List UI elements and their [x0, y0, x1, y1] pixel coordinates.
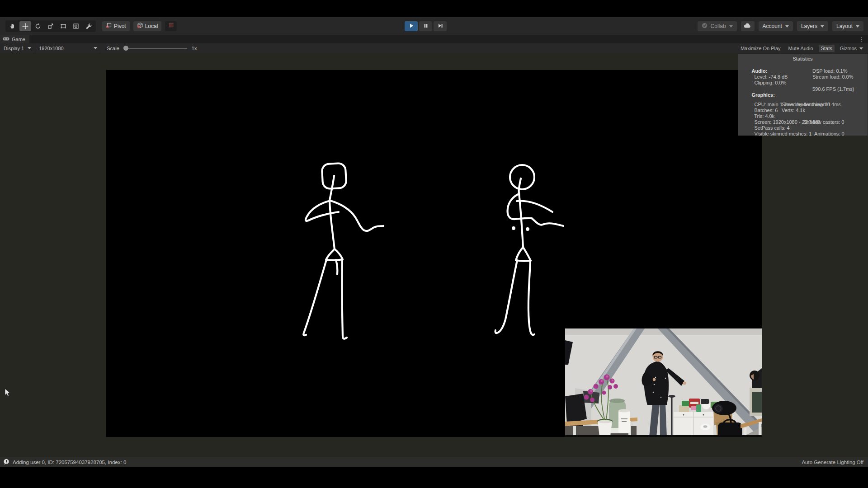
view-tab-bar: Game ⋮	[0, 35, 868, 43]
scale-label: Scale	[107, 46, 119, 51]
scale-value: 1x	[192, 46, 197, 51]
console-status-message[interactable]: Adding user 0, ID: 72057594037928705, In…	[3, 459, 126, 466]
window-top-strip	[0, 0, 868, 17]
webcam-video-feed	[565, 328, 762, 437]
layout-label: Layout	[836, 23, 853, 29]
layout-dropdown[interactable]: Layout	[832, 21, 863, 31]
mug	[618, 409, 630, 434]
grid-snap-icon	[168, 22, 175, 30]
step-icon	[438, 22, 443, 30]
graphics-header-row: Graphics: 590.6 FPS (1.7ms)	[741, 86, 865, 92]
mute-audio-toggle[interactable]: Mute Audio	[786, 45, 816, 52]
stats-toggle[interactable]: Stats	[819, 45, 835, 52]
rotate-icon	[34, 23, 42, 30]
audio-clipping: Clipping: 0.0%	[754, 80, 786, 85]
slider-handle[interactable]	[123, 46, 128, 51]
gizmos-dropdown[interactable]: Gizmos	[838, 45, 865, 52]
game-view-control-bar: Display 1 868x488 Scale 1x Maximize On…	[0, 43, 868, 53]
maximize-on-play-toggle[interactable]: Maximize On Play	[738, 45, 783, 52]
transform-tool-button[interactable]	[70, 21, 82, 31]
cube-icon	[137, 22, 143, 30]
hand	[653, 378, 656, 381]
game-view-toggles: Maximize On Play Mute Audio Stats Gizmos	[738, 43, 865, 53]
tab-game-label: Game	[12, 37, 25, 42]
scale-icon	[47, 23, 54, 30]
auto-generate-lighting-toggle[interactable]: Auto Generate Lighting Off	[802, 460, 863, 465]
saved-by-batching: Saved by batching: 11	[782, 102, 830, 108]
resolution-dropdown[interactable]: 868x488	[35, 43, 101, 53]
playmode-controls	[405, 21, 447, 31]
cloud-button[interactable]	[741, 21, 755, 31]
chevron-down-icon	[821, 25, 824, 28]
rect-tool-button[interactable]	[57, 21, 69, 31]
audio-header-row: Audio:	[741, 62, 865, 68]
pivot-icon	[106, 22, 112, 30]
gamepad-icon	[3, 37, 9, 42]
collab-dropdown[interactable]: Collab	[698, 21, 737, 31]
chevron-down-icon	[94, 47, 97, 49]
info-icon	[3, 459, 9, 466]
rect-tool-icon	[60, 23, 67, 30]
main-toolbar: Pivot Local Collab	[0, 17, 868, 35]
account-label: Account	[763, 23, 782, 29]
window-bottom-strip	[0, 467, 868, 488]
pause-icon	[423, 22, 429, 30]
tab-game[interactable]: Game	[0, 35, 29, 43]
status-bar: Adding user 0, ID: 72057594037928705, In…	[0, 457, 868, 467]
layers-label: Layers	[801, 23, 817, 29]
transform-icon	[72, 23, 80, 30]
display-dropdown[interactable]: Display 1	[0, 43, 35, 53]
verts: Verts: 4.1k	[782, 108, 805, 113]
move-icon	[22, 23, 29, 30]
move-tool-button[interactable]	[19, 21, 31, 31]
wrench-icon	[85, 23, 92, 30]
pivot-label: Pivot	[114, 23, 126, 29]
status-message-text: Adding user 0, ID: 72057594037928705, In…	[13, 460, 126, 465]
pivot-toggle[interactable]: Pivot	[102, 21, 130, 31]
custom-tool-button[interactable]	[83, 21, 94, 31]
stats-row: Clipping: 0.0% Stream load: 0.0%	[741, 74, 865, 80]
grid-snap-button[interactable]	[165, 21, 177, 31]
account-dropdown[interactable]: Account	[759, 21, 793, 31]
chevron-down-icon	[729, 25, 733, 28]
shadow-casters: Shadow casters: 0	[803, 119, 844, 125]
stats-row: SetPass calls: 4 Shadow casters: 0	[741, 119, 865, 125]
stick-figure-left	[303, 163, 383, 339]
tab-overflow-menu[interactable]: ⋮	[859, 35, 864, 43]
chevron-down-icon	[856, 25, 859, 28]
stick-figure-right	[495, 165, 563, 335]
collab-label: Collab	[711, 23, 726, 29]
play-button[interactable]	[405, 21, 418, 31]
slider-track[interactable]	[124, 48, 187, 49]
chevron-down-icon	[28, 47, 31, 49]
chevron-down-icon	[859, 47, 863, 50]
stats-row: Screen: 868x488 - 23.7 MB	[741, 113, 865, 119]
step-button[interactable]	[434, 21, 447, 31]
layers-dropdown[interactable]: Layers	[797, 21, 828, 31]
scale-slider[interactable]	[124, 43, 187, 53]
game-view-panel: Statistics Audio: Level: -74.8 dB DSP lo…	[0, 53, 868, 457]
play-icon	[409, 22, 414, 30]
skinned-meshes: Visible skinned meshes: 1 Animations: 0	[754, 131, 844, 136]
statistics-overlay: Statistics Audio: Level: -74.8 dB DSP lo…	[738, 54, 868, 136]
toolbar-right-group: Collab Account Layers Layout	[698, 21, 863, 31]
display-label: Display 1	[4, 46, 24, 51]
game-viewport[interactable]	[106, 70, 762, 437]
hand-tool-button[interactable]	[7, 21, 19, 31]
collab-check-icon	[702, 23, 708, 30]
unity-editor-window: Pivot Local Collab	[0, 0, 868, 488]
rotate-tool-button[interactable]	[32, 21, 44, 31]
chevron-down-icon	[785, 25, 789, 28]
pause-button[interactable]	[419, 21, 432, 31]
stats-row: Visible skinned meshes: 1 Animations: 0	[741, 125, 865, 131]
audio-stream-load: Stream load: 0.0%	[812, 74, 854, 80]
pivot-local-group: Pivot Local	[102, 21, 177, 31]
stats-row: CPU: main 1.7ms render thread 0.4ms	[741, 96, 865, 102]
fps-value: 590.6 FPS (1.7ms)	[812, 86, 854, 92]
statistics-title: Statistics	[741, 56, 865, 62]
white-cabinet	[674, 412, 713, 437]
local-toggle[interactable]: Local	[133, 21, 162, 31]
local-label: Local	[145, 23, 158, 29]
gizmos-label: Gizmos	[840, 46, 857, 51]
scale-tool-button[interactable]	[45, 21, 57, 31]
